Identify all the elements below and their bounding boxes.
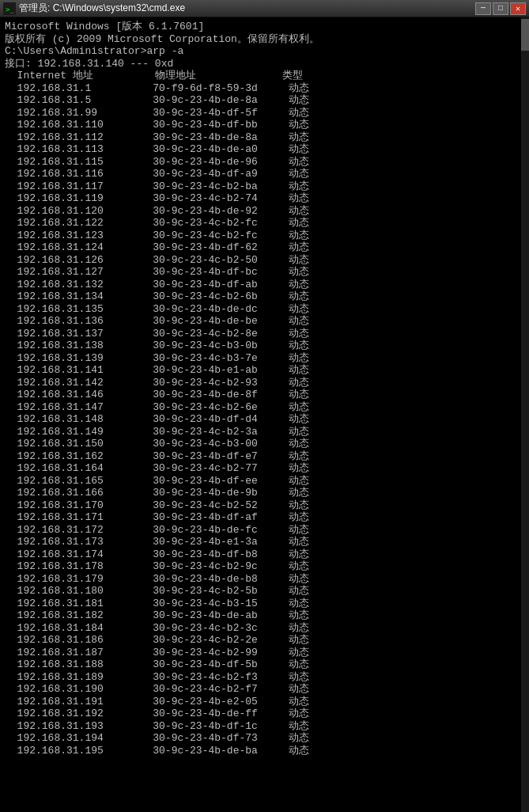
console-line: 192.168.31.162 30-9c-23-4b-df-e7 动态	[5, 450, 524, 463]
maximize-button[interactable]: □	[493, 2, 508, 15]
console-line: 192.168.31.110 30-9c-23-4b-df-bb 动态	[5, 119, 524, 131]
console-line: 192.168.31.138 30-9c-23-4c-b3-0b 动态	[5, 340, 524, 352]
scrollbar[interactable]	[521, 17, 529, 812]
console-line: 192.168.31.127 30-9c-23-4b-df-bc 动态	[5, 266, 524, 279]
console-line: 192.168.31.122 30-9c-23-4c-b2-fc 动态	[5, 217, 524, 230]
close-button[interactable]: ✕	[510, 2, 526, 15]
console-line: 192.168.31.193 30-9c-23-4b-df-1c 动态	[5, 720, 524, 733]
console-line: 192.168.31.188 30-9c-23-4b-df-5b 动态	[5, 658, 524, 671]
console-line: 192.168.31.135 30-9c-23-4b-de-dc 动态	[5, 303, 524, 316]
console-line: 版权所有 (c) 2009 Microsoft Corporation。保留所有…	[5, 33, 524, 46]
console-line: 192.168.31.187 30-9c-23-4c-b2-99 动态	[5, 647, 524, 659]
console-line: 192.168.31.191 30-9c-23-4b-e2-05 动态	[5, 696, 524, 708]
console-line: 192.168.31.132 30-9c-23-4b-df-ab 动态	[5, 279, 524, 291]
console-line: 192.168.31.148 30-9c-23-4b-df-d4 动态	[5, 413, 524, 426]
console-line: 192.168.31.192 30-9c-23-4b-de-ff 动态	[5, 708, 524, 720]
console-line: 192.168.31.124 30-9c-23-4b-df-62 动态	[5, 241, 524, 254]
console-line: 192.168.31.180 30-9c-23-4c-b2-5b 动态	[5, 585, 524, 598]
console-line: 192.168.31.181 30-9c-23-4c-b3-15 动态	[5, 598, 524, 610]
console-line: 192.168.31.115 30-9c-23-4b-de-96 动态	[5, 156, 524, 169]
console-line: 192.168.31.182 30-9c-23-4b-de-ab 动态	[5, 609, 524, 622]
console-line: C:\Users\Administrator>arp -a	[5, 45, 524, 58]
window-controls: ─ □ ✕	[475, 2, 526, 15]
console-line: 接口: 192.168.31.140 --- 0xd	[5, 58, 524, 70]
console-line: 192.168.31.150 30-9c-23-4c-b3-00 动态	[5, 438, 524, 450]
console-line: 192.168.31.173 30-9c-23-4b-e1-3a 动态	[5, 536, 524, 548]
console-line: 192.168.31.5 30-9c-23-4b-de-8a 动态	[5, 94, 524, 107]
svg-text:>_: >_	[6, 6, 14, 13]
console-line: 192.168.31.134 30-9c-23-4c-b2-6b 动态	[5, 290, 524, 303]
console-line: 192.168.31.117 30-9c-23-4c-b2-ba 动态	[5, 180, 524, 193]
console-line: 192.168.31.195 30-9c-23-4b-de-ba 动态	[5, 745, 524, 757]
console-line: 192.168.31.123 30-9c-23-4c-b2-fc 动态	[5, 230, 524, 242]
console-line: 192.168.31.142 30-9c-23-4c-b2-93 动态	[5, 377, 524, 389]
minimize-button[interactable]: ─	[475, 2, 491, 15]
title-bar: >_ 管理员: C:\Windows\system32\cmd.exe ─ □ …	[0, 0, 529, 17]
console-line: 192.168.31.141 30-9c-23-4b-e1-ab 动态	[5, 364, 524, 377]
console-line: Microsoft Windows [版本 6.1.7601]	[5, 21, 524, 33]
console-line: 192.168.31.116 30-9c-23-4b-df-a9 动态	[5, 168, 524, 180]
console-area: Microsoft Windows [版本 6.1.7601]版权所有 (c) …	[0, 17, 529, 812]
console-line: 192.168.31.113 30-9c-23-4b-de-a0 动态	[5, 143, 524, 156]
cmd-icon: >_	[3, 2, 16, 15]
console-line: 192.168.31.194 30-9c-23-4b-df-73 动态	[5, 732, 524, 745]
console-line: 192.168.31.139 30-9c-23-4c-b3-7e 动态	[5, 352, 524, 365]
console-line: 192.168.31.174 30-9c-23-4b-df-b8 动态	[5, 548, 524, 561]
console-line: 192.168.31.170 30-9c-23-4c-b2-52 动态	[5, 499, 524, 512]
console-line: 192.168.31.178 30-9c-23-4c-b2-9c 动态	[5, 560, 524, 573]
console-line: 192.168.31.172 30-9c-23-4b-de-fc 动态	[5, 524, 524, 537]
window-title: 管理员: C:\Windows\system32\cmd.exe	[19, 2, 185, 15]
console-line: 192.168.31.120 30-9c-23-4b-de-92 动态	[5, 205, 524, 218]
console-line: 192.168.31.1 70-f9-6d-f8-59-3d 动态	[5, 82, 524, 95]
console-line: 192.168.31.171 30-9c-23-4b-df-af 动态	[5, 511, 524, 524]
console-line: 192.168.31.190 30-9c-23-4c-b2-f7 动态	[5, 683, 524, 696]
console-line: 192.168.31.184 30-9c-23-4c-b2-3c 动态	[5, 622, 524, 635]
console-line: Internet 地址 物理地址 类型	[5, 70, 524, 82]
console-line: 192.168.31.147 30-9c-23-4c-b2-6e 动态	[5, 401, 524, 414]
console-line: 192.168.31.179 30-9c-23-4b-de-b8 动态	[5, 573, 524, 586]
console-line: 192.168.31.164 30-9c-23-4c-b2-77 动态	[5, 462, 524, 475]
console-line: 192.168.31.99 30-9c-23-4b-df-5f 动态	[5, 107, 524, 120]
console-line: 192.168.31.137 30-9c-23-4c-b2-8e 动态	[5, 328, 524, 340]
console-line: 192.168.31.186 30-9c-23-4c-b2-2e 动态	[5, 634, 524, 647]
console-line: 192.168.31.165 30-9c-23-4b-df-ee 动态	[5, 475, 524, 488]
console-line: 192.168.31.119 30-9c-23-4c-b2-74 动态	[5, 192, 524, 205]
console-line: 192.168.31.112 30-9c-23-4b-de-8a 动态	[5, 131, 524, 144]
console-line: 192.168.31.136 30-9c-23-4b-de-be 动态	[5, 315, 524, 328]
console-line: 192.168.31.166 30-9c-23-4b-de-9b 动态	[5, 487, 524, 499]
console-line: 192.168.31.189 30-9c-23-4c-b2-f3 动态	[5, 671, 524, 684]
console-line: 192.168.31.149 30-9c-23-4c-b2-3a 动态	[5, 426, 524, 438]
console-line: 192.168.31.146 30-9c-23-4b-de-8f 动态	[5, 389, 524, 401]
console-line: 192.168.31.126 30-9c-23-4c-b2-50 动态	[5, 254, 524, 267]
scrollbar-thumb[interactable]	[521, 19, 529, 51]
title-bar-left: >_ 管理员: C:\Windows\system32\cmd.exe	[3, 2, 185, 15]
